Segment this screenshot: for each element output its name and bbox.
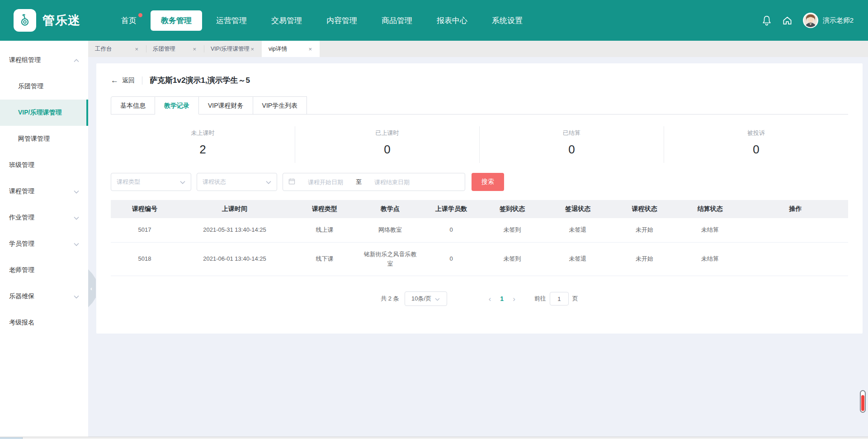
sidebar-item-course[interactable]: 课程管理	[0, 178, 88, 205]
pagination: 共 2 条 10条/页 ‹ 1 › 前往	[111, 291, 848, 306]
nav-item-report[interactable]: 报表中心	[426, 10, 478, 31]
chevron-down-icon	[74, 188, 79, 195]
stat-settled: 已结算 0	[480, 126, 664, 163]
chevron-down-icon	[266, 178, 271, 186]
nav-item-home[interactable]: 首页	[111, 10, 147, 31]
tab-vip-students[interactable]: VIP学生列表	[253, 96, 307, 115]
top-navbar: 管乐迷 首页 教务管理 运营管理 交易管理 内容管理 商品管理 报表中心 系统设…	[0, 0, 868, 41]
page-title: 萨克斯1v2演示1,演示学生～5	[150, 75, 250, 86]
close-icon[interactable]: ×	[307, 46, 313, 52]
chevron-down-icon	[180, 178, 185, 186]
sidebar-item-students[interactable]: 学员管理	[0, 231, 88, 257]
nav-item-trade[interactable]: 交易管理	[261, 10, 312, 31]
sidebar-item-vip-course[interactable]: VIP/乐理课管理	[0, 100, 88, 126]
tab-workbench[interactable]: 工作台 ×	[88, 41, 146, 57]
nav-item-academic[interactable]: 教务管理	[151, 10, 202, 31]
stats-row: 未上课时 2 已上课时 0 已结算 0 被投诉 0	[111, 126, 848, 163]
stat-complained: 被投诉 0	[664, 126, 848, 163]
nav-item-content[interactable]: 内容管理	[316, 10, 368, 31]
date-separator: 至	[356, 178, 362, 186]
end-date-input[interactable]	[365, 179, 419, 186]
horizontal-scrollbar[interactable]	[0, 437, 868, 439]
page-size-select[interactable]: 10条/页	[405, 291, 447, 306]
back-arrow-icon: ←	[111, 76, 118, 85]
pagination-total: 共 2 条	[381, 295, 399, 303]
workspace-tabbar: 工作台 × 乐团管理 × VIP/乐理课管理 × vip详情 ×	[88, 41, 868, 57]
brand-logo[interactable]: 管乐迷	[14, 9, 111, 32]
sidebar-item-homework[interactable]: 作业管理	[0, 205, 88, 231]
avatar	[803, 13, 818, 28]
close-icon[interactable]: ×	[192, 46, 197, 52]
notification-dot	[138, 13, 142, 17]
main-nav: 首页 教务管理 运营管理 交易管理 内容管理 商品管理 报表中心 系统设置	[111, 10, 533, 31]
goto-label: 前往	[534, 295, 546, 303]
close-icon[interactable]: ×	[250, 46, 255, 52]
user-menu[interactable]: 演示老师2	[803, 13, 854, 28]
sidebar-item-class[interactable]: 班级管理	[0, 152, 88, 178]
next-page-icon[interactable]: ›	[513, 295, 515, 303]
app-logo-icon	[14, 9, 36, 32]
user-name: 演示老师2	[823, 16, 854, 25]
date-range-picker[interactable]: 至	[283, 173, 465, 191]
course-type-select[interactable]: 课程类型	[111, 173, 191, 191]
sidebar: 课程组管理 乐团管理 VIP/乐理课管理 网管课管理 班级管理 课程管理 作业管…	[0, 41, 88, 439]
chevron-up-icon	[74, 57, 79, 64]
chevron-down-icon	[74, 214, 79, 221]
table-row: 5017 2021-05-31 13:40-14:25 线上课 网络教室 0 未…	[111, 218, 848, 243]
sidebar-item-exam[interactable]: 考级报名	[0, 310, 88, 336]
bell-icon[interactable]	[761, 15, 772, 26]
collapse-arrow-icon: ‹	[90, 285, 92, 292]
sidebar-item-orchestra[interactable]: 乐团管理	[0, 73, 88, 100]
scrollbar-fill	[861, 395, 864, 411]
search-button[interactable]: 搜索	[472, 173, 504, 191]
tab-vip-finance[interactable]: VIP课程财务	[199, 96, 253, 115]
nav-item-operation[interactable]: 运营管理	[206, 10, 257, 31]
tab-vip-course[interactable]: VIP/乐理课管理 ×	[204, 41, 262, 57]
chevron-down-icon	[74, 293, 79, 300]
detail-tabs: 基本信息 教学记录 VIP课程财务 VIP学生列表	[111, 96, 848, 115]
current-page[interactable]: 1	[500, 295, 504, 302]
course-status-select[interactable]: 课程状态	[197, 173, 277, 191]
tab-teaching-record[interactable]: 教学记录	[155, 96, 199, 115]
calendar-icon	[288, 178, 295, 186]
nav-item-settings[interactable]: 系统设置	[481, 10, 533, 31]
goto-page-input[interactable]	[550, 292, 569, 305]
tab-vip-detail[interactable]: vip详情 ×	[262, 41, 320, 57]
nav-item-goods[interactable]: 商品管理	[371, 10, 423, 31]
table-header: 课程编号 上课时间 课程类型 教学点 上课学员数 签到状态 签退状态 课程状态 …	[111, 200, 848, 218]
close-icon[interactable]: ×	[134, 46, 139, 52]
vertical-scrollbar-thumb[interactable]	[860, 390, 866, 413]
sidebar-item-net-course[interactable]: 网管课管理	[0, 126, 88, 152]
back-button[interactable]: ← 返回	[111, 76, 135, 85]
table-row: 5018 2021-06-01 13:40-14:25 线下课 铭新街乐之风音乐…	[111, 243, 848, 277]
navbar-right: 演示老师2	[761, 0, 854, 41]
sidebar-item-instrument[interactable]: 乐器维保	[0, 283, 88, 310]
home-icon[interactable]	[782, 15, 793, 26]
sidebar-item-course-group[interactable]: 课程组管理	[0, 47, 88, 73]
brand-name: 管乐迷	[42, 12, 80, 29]
horizontal-scrollbar-thumb[interactable]	[0, 437, 23, 439]
divider	[142, 76, 142, 85]
prev-page-icon[interactable]: ‹	[489, 295, 491, 303]
stat-attended: 已上课时 0	[295, 126, 480, 163]
tab-basic-info[interactable]: 基本信息	[111, 96, 155, 115]
chevron-down-icon	[435, 296, 440, 302]
stat-not-attended: 未上课时 2	[111, 126, 295, 163]
start-date-input[interactable]	[299, 179, 352, 186]
sidebar-item-teachers[interactable]: 老师管理	[0, 257, 88, 283]
chevron-down-icon	[74, 240, 79, 248]
filter-bar: 课程类型 课程状态	[111, 173, 848, 191]
records-table: 课程编号 上课时间 课程类型 教学点 上课学员数 签到状态 签退状态 课程状态 …	[111, 200, 848, 276]
tab-orchestra[interactable]: 乐团管理 ×	[146, 41, 204, 57]
page-unit-label: 页	[572, 295, 578, 303]
detail-card: ← 返回 萨克斯1v2演示1,演示学生～5 基本信息 教学记录 VIP课程财务 …	[96, 63, 863, 334]
